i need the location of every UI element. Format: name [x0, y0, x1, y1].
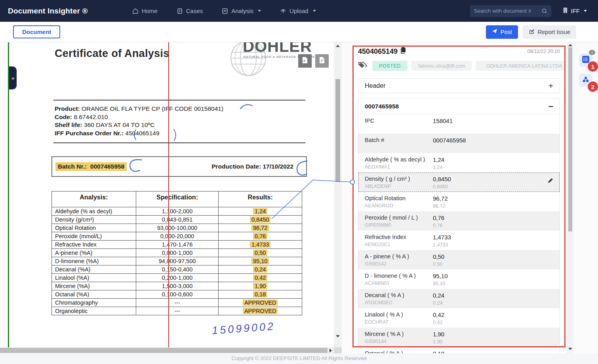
scroll-down-arrow[interactable] — [568, 348, 572, 350]
page-overlay-buttons: A — [298, 54, 329, 68]
tags-icon — [358, 61, 368, 71]
header-section-toggle[interactable]: Header + — [358, 78, 560, 93]
pdf-file-icon: A — [302, 57, 308, 65]
result-highlight: 1,90 — [253, 283, 267, 289]
field-code: ACAMIN01 — [365, 281, 433, 286]
field-row[interactable]: Optical Rotation AEANGROO 96,72 96.72 — [358, 192, 560, 211]
main-nav: Home Cases Analysis Upload — [132, 8, 316, 14]
batch-section: 0007465958 − IPC 158041 — [358, 98, 560, 353]
chevron-down-icon — [584, 10, 587, 12]
report-issue-button[interactable]: Report Issue — [523, 25, 576, 39]
edit-square-icon — [529, 28, 535, 36]
scrollbar-thumb[interactable] — [568, 47, 572, 231]
field-code: GI580144 — [365, 339, 433, 344]
scrollbar-thumb[interactable] — [0, 348, 328, 353]
field-row[interactable]: Decanal ( % A ) ATOCMDEC 0,24 0.24 — [358, 289, 560, 308]
field-row[interactable]: A - pinene ( % A ) GI580142 0,50 0.50 — [358, 250, 560, 269]
field-values: 95,10 95.10 — [433, 273, 448, 286]
field-row[interactable]: IPC 158041 — [358, 114, 560, 134]
field-code: GI580142 — [365, 261, 433, 267]
search-icon[interactable] — [541, 8, 548, 16]
field-value: 0,76 — [433, 214, 444, 221]
field-row[interactable]: Density ( g / cm³ ) ABLKDENP 0,8450 0.84… — [358, 173, 560, 192]
panel-header: 4504065149 08/11/22 20:10 — [358, 47, 560, 56]
field-list-tool-button[interactable]: 1 1 — [579, 53, 592, 67]
field-values: 0,8450 0.8450 — [433, 176, 451, 190]
nav-home-label: Home — [142, 8, 158, 14]
divider — [53, 100, 305, 100]
edit-pencil-icon[interactable] — [548, 178, 553, 185]
scroll-up-arrow[interactable] — [336, 45, 340, 47]
tab-document[interactable]: Document — [13, 25, 60, 38]
coa-table-row: Aldehyde (% as decyl) 1,100-2,000 1,24 — [52, 207, 302, 216]
field-values: 0,50 0.50 — [433, 253, 444, 267]
field-row[interactable]: Octanal ( % A ) 0,18 — [358, 347, 560, 353]
field-subvalue: 1.4733 — [433, 242, 451, 248]
field-value: 0,24 — [433, 292, 444, 299]
field-row[interactable]: Batch # 0007465958 — [358, 134, 560, 153]
col-analysis: Analysis: — [52, 191, 136, 207]
field-label: Aldehyde ( % as decyl ) — [365, 156, 433, 163]
field-values: 1,24 1.24 — [433, 156, 444, 170]
field-label: D - limonene ( % A ) — [365, 273, 433, 279]
field-values: 0,42 0.42 — [433, 311, 444, 325]
post-label: Post — [501, 29, 512, 35]
field-left: A - pinene ( % A ) GI580142 — [365, 253, 433, 267]
result-highlight: 0,76 — [253, 233, 267, 239]
panel-vertical-scrollbar[interactable] — [567, 42, 573, 353]
coa-table-row: Chromatography --- APPROVED — [52, 299, 302, 307]
result-highlight: APPROVED — [243, 308, 278, 314]
field-code: AEND20C1 — [365, 242, 433, 247]
field-left: D - limonene ( % A ) ACAMIN01 — [365, 273, 433, 286]
field-code: ATOCMDEC — [365, 300, 433, 305]
field-code: ABLKDENP — [365, 184, 433, 189]
badge-row: POSTED fabricio.silva@iff.com DOHLER AME… — [358, 61, 560, 71]
search-input[interactable] — [470, 5, 551, 17]
product-info-line: IFF Purchase Order Nr.: 4504065149 — [55, 129, 223, 138]
product-info-line: Shelf life: 360 DAYS AT 04 TO 10ºC — [55, 121, 223, 129]
nav-cases[interactable]: Cases — [177, 8, 203, 14]
nav-home[interactable]: Home — [132, 8, 158, 14]
org-switcher[interactable]: IFF — [562, 7, 587, 15]
scroll-right-arrow[interactable] — [329, 349, 332, 353]
nav-analysis[interactable]: Analysis — [222, 8, 261, 14]
field-value: 1,4733 — [433, 234, 451, 241]
field-row[interactable]: Mircene ( % A ) GI580144 1,90 1.90 — [358, 328, 560, 347]
production-date: Production Date: 17/10/2022 — [211, 163, 293, 170]
nav-upload[interactable]: Upload — [280, 8, 316, 14]
field-row[interactable]: D - limonene ( % A ) ACAMIN01 95,10 95.1… — [358, 269, 560, 289]
field-label: IPC — [365, 118, 433, 124]
field-row[interactable]: Linalool ( % A ) EOCHRAT 0,42 0.42 — [358, 308, 560, 328]
scroll-down-arrow[interactable] — [336, 335, 340, 337]
batch-section-header[interactable]: 0007465958 − — [358, 99, 560, 114]
field-row[interactable]: Refractive Index AEND20C1 1,4733 1.4733 — [358, 231, 560, 250]
field-values: 96,72 96.72 — [433, 195, 448, 209]
pdf-file-button[interactable]: A — [298, 54, 312, 68]
copy-icon[interactable] — [400, 47, 406, 56]
handwritten-number: 15099002 — [211, 320, 276, 337]
document-vertical-scrollbar[interactable] — [334, 42, 342, 347]
document-horizontal-scrollbar[interactable] — [0, 347, 334, 353]
scrollbar-corner — [334, 347, 342, 353]
expand-icon[interactable]: + — [548, 82, 553, 89]
sidebar-expander[interactable]: » — [9, 66, 17, 89]
field-row[interactable]: Peroxide ( mmol / L ) GIPERMM0 0,76 0.76 — [358, 211, 560, 231]
relations-tool-button[interactable]: 2 — [579, 74, 592, 87]
collapse-icon[interactable]: − — [548, 103, 553, 110]
batch-section-title: 0007465958 — [365, 103, 399, 110]
nav-cases-label: Cases — [186, 8, 203, 14]
extraction-panel: 4504065149 08/11/22 20:10 POSTED fabrici… — [352, 42, 566, 353]
top-navbar: Document Insighter ® Home Cases Analysis — [0, 0, 598, 22]
step-2-marker: 2 — [588, 82, 598, 92]
field-value: 96,72 — [433, 195, 448, 202]
scrollbar-thumb[interactable] — [335, 79, 340, 182]
email-badge: fabricio.silva@iff.com — [411, 61, 472, 71]
field-row[interactable]: Aldehyde ( % as decyl ) AEOXIMA1 1,24 1.… — [358, 153, 560, 173]
app-title: Document Insighter ® — [8, 7, 88, 15]
post-button[interactable]: Post — [486, 25, 518, 39]
text-file-button[interactable] — [315, 54, 329, 68]
scroll-up-arrow[interactable] — [568, 44, 572, 46]
field-label: Peroxide ( mmol / L ) — [365, 214, 433, 221]
coa-table-row: Peroxide (mmol/L) 0,000-20,000 0,76 — [52, 232, 302, 241]
field-label: Batch # — [365, 137, 433, 143]
